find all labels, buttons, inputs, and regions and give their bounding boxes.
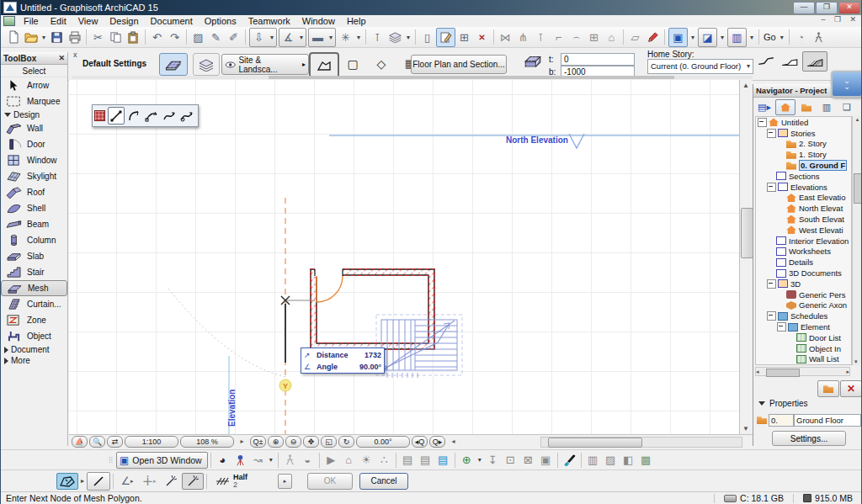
properties-header[interactable]: Properties [758, 399, 808, 408]
tree-hscroll-thumb[interactable] [766, 369, 800, 377]
redo-button[interactable]: ↷ [166, 29, 184, 46]
scroll-down-icon[interactable]: ▼ [740, 423, 752, 434]
tree-item-ground-floor[interactable]: 0. Ground F [756, 160, 851, 171]
arc-tangent-button[interactable] [143, 107, 160, 125]
tool-wall[interactable]: Wall [1, 120, 67, 136]
story-number-field[interactable]: 0. [769, 414, 794, 427]
menu-edit[interactable]: Edit [45, 15, 72, 27]
fit-window-button[interactable]: ⊡ [502, 451, 519, 469]
geometry-rectangle-button[interactable]: ▢ [341, 54, 364, 73]
tool-mesh[interactable]: Mesh [1, 280, 67, 296]
vertical-scroll-thumb[interactable] [741, 208, 753, 258]
arc-centerpoint-button[interactable] [125, 107, 142, 125]
zoom-level-button[interactable]: 108 % [180, 436, 234, 448]
column-display-button[interactable]: ▯ [418, 29, 436, 46]
menu-options[interactable]: Options [199, 15, 242, 27]
canvas-vertical-scrollbar[interactable]: ▲ ▼ [739, 80, 753, 434]
layers-dropdown[interactable]: ▾ [404, 34, 412, 41]
scale-button[interactable]: 1:100 [125, 436, 178, 448]
editing-plane-toggle[interactable]: ∡▾ [279, 28, 306, 47]
tree-item-generic-perspective[interactable]: Generic Pers [756, 289, 851, 300]
toolbar-grip[interactable]: ⁞⁞ [109, 456, 113, 464]
tree-scroll-thumb[interactable] [854, 173, 862, 204]
layers-button[interactable] [386, 29, 404, 46]
horizontal-scroll-thumb[interactable] [548, 438, 642, 448]
menu-file[interactable]: File [18, 15, 45, 27]
go-dropdown[interactable]: ▾ [778, 34, 786, 41]
tree-item-wall-list[interactable]: Wall List [756, 354, 851, 365]
split-button[interactable]: ⋈ [497, 29, 514, 46]
document-window-icon[interactable] [3, 16, 15, 26]
north-elevation-label[interactable]: North Elevation [506, 135, 568, 145]
quick-options-button[interactable]: ⛵ [72, 436, 88, 448]
tree-item-north-elevation[interactable]: North Elevat [756, 203, 851, 214]
new-viewpoint-button[interactable] [817, 380, 839, 397]
mdi-window-controls[interactable]: ‒ ❐ ✕ [821, 15, 859, 24]
open-3d-window-button[interactable]: ▣ Open 3D Window [116, 452, 208, 469]
gravity-toggle[interactable]: ⇩▾ [249, 28, 277, 47]
cancel-button[interactable]: Cancel [359, 473, 408, 490]
spline-closed-button[interactable] [178, 107, 195, 125]
tree-item-elevations[interactable]: Elevations [756, 182, 851, 193]
tree-item-interior-elevations[interactable]: Interior Elevation [756, 236, 851, 247]
project-map-button[interactable] [775, 99, 795, 115]
tool-marquee[interactable]: Marquee [1, 93, 67, 109]
quick-layers-button[interactable] [193, 53, 220, 76]
tool-arrow[interactable]: Arrow [1, 77, 67, 93]
collapse-icon[interactable] [767, 129, 776, 138]
snap-dropdown[interactable]: ▾ [354, 34, 363, 41]
tool-curtain-wall[interactable]: Curtain... [1, 296, 67, 312]
polygon-method-button[interactable] [56, 473, 78, 490]
tree-item-east-elevation[interactable]: East Elevatio [756, 193, 851, 204]
menu-document[interactable]: Document [145, 15, 199, 27]
spline-button[interactable] [161, 107, 178, 125]
trim-button[interactable]: ⊺ [532, 29, 550, 46]
palette-drag-handle[interactable] [94, 110, 105, 121]
door-swing[interactable] [317, 276, 343, 302]
tree-item-story-2[interactable]: 2. Story [756, 139, 851, 150]
menu-window[interactable]: Window [296, 15, 341, 27]
tree-item-west-elevation[interactable]: West Elevati [756, 225, 851, 236]
tree-item-untitled[interactable]: Untitled [756, 117, 851, 128]
intersect-button[interactable]: ⌐ [550, 29, 567, 46]
tool-shell[interactable]: Shell [1, 200, 67, 216]
angle-value[interactable]: 90.00° [359, 363, 381, 371]
open-button[interactable] [22, 29, 40, 46]
flythrough-dropdown[interactable]: ▾ [267, 456, 275, 464]
tool-stair[interactable]: Stair [1, 264, 67, 280]
drop-to-story-button[interactable]: ↧ [484, 451, 502, 469]
snap-point-control[interactable]: Half 2 [215, 474, 247, 489]
print-button[interactable] [66, 29, 83, 46]
tree-item-story-1[interactable]: 1. Story [756, 149, 851, 160]
adjust-button[interactable]: ⋔ [514, 29, 532, 46]
layer-button[interactable]: Site & Landsca... ▸ [221, 54, 309, 75]
minimize-button[interactable]: — [793, 2, 815, 14]
pan-button[interactable]: ✥ [303, 436, 319, 448]
drawing-canvas[interactable]: North Elevation Elevation Y [69, 80, 739, 434]
double-chevron-button[interactable]: ⌄⌄ [831, 71, 862, 98]
ok-button[interactable]: OK [307, 473, 353, 490]
top-value-field[interactable]: 0 [561, 53, 635, 66]
collapse-icon[interactable] [767, 183, 776, 192]
walk-mode-button[interactable] [281, 451, 299, 469]
inject-parameters-button[interactable]: ✎ [207, 29, 225, 46]
open-dropdown[interactable]: ▾ [40, 34, 48, 41]
next-zoom-button[interactable]: Q▸ [429, 436, 445, 448]
orientation-button[interactable]: 0.00° [356, 436, 410, 448]
paste-button[interactable] [125, 29, 142, 46]
publisher-button[interactable]: ❏ [838, 100, 856, 114]
layer-flyout-icon[interactable]: ▸ [302, 61, 306, 68]
tool-skylight[interactable]: Skylight [1, 168, 67, 184]
delete-button[interactable]: ✕ [840, 380, 862, 397]
menu-teamwork[interactable]: Teamwork [242, 15, 296, 27]
tree-item-worksheets[interactable]: Worksheets [756, 247, 851, 257]
home-story-dropdown-icon[interactable]: ▾ [747, 60, 750, 73]
resize-button[interactable]: ⊞ [585, 29, 603, 46]
collapse-icon[interactable] [767, 279, 776, 289]
camera-path-button[interactable] [231, 451, 249, 469]
collapse-icon[interactable] [777, 322, 786, 332]
mesh-point-height-button[interactable] [757, 54, 775, 71]
window-dropdown-2[interactable]: ▾ [718, 34, 726, 41]
tool-door[interactable]: Door [1, 136, 67, 152]
select-section-header[interactable]: Select [1, 65, 67, 77]
